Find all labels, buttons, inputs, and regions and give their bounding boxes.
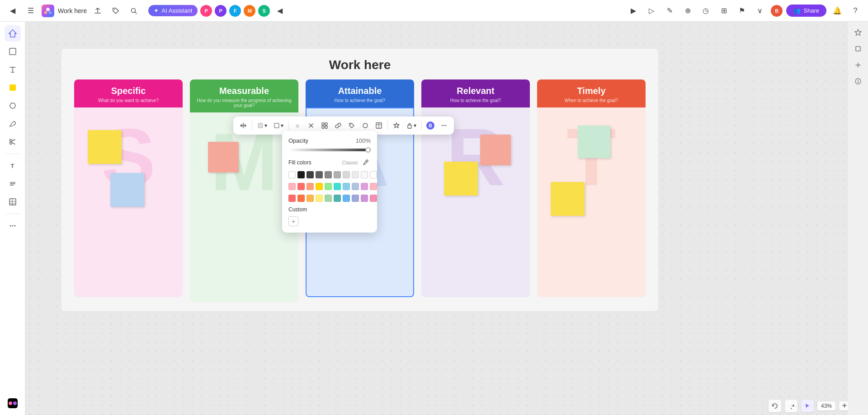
canvas[interactable]: Work here Specific What do you want to a… <box>25 22 848 415</box>
sticky-note[interactable] <box>208 142 239 173</box>
color-swatch[interactable] <box>307 195 314 202</box>
sidebar-item-frame[interactable] <box>5 43 21 60</box>
notifications-button[interactable]: 🔔 <box>830 4 844 18</box>
add-custom-color-button[interactable]: + <box>288 216 298 226</box>
eyedropper-button[interactable] <box>361 158 371 168</box>
color-swatch[interactable] <box>352 183 359 190</box>
help-button[interactable]: ? <box>848 4 863 18</box>
color-swatch[interactable] <box>325 183 332 190</box>
color-swatch[interactable] <box>370 171 377 178</box>
sidebar-item-shapes[interactable] <box>5 98 21 114</box>
tab-avatar-4[interactable]: M <box>244 5 255 17</box>
ft-effects-button[interactable] <box>390 119 403 132</box>
color-swatch[interactable] <box>334 183 341 190</box>
search-button[interactable] <box>127 4 141 18</box>
ai-assistant-button[interactable]: ✦ AI Assistant <box>148 5 198 16</box>
sidebar-item-text[interactable] <box>5 61 21 78</box>
color-swatch[interactable] <box>288 183 296 190</box>
right-icon-info[interactable] <box>851 74 865 89</box>
sticky-note[interactable] <box>110 173 144 207</box>
tab-avatar-2[interactable]: P <box>215 5 226 17</box>
color-swatch[interactable] <box>325 195 332 202</box>
ft-border-dropdown[interactable]: ▾ <box>271 121 286 130</box>
sidebar-item-home[interactable] <box>5 25 21 42</box>
sticky-note[interactable] <box>444 162 478 196</box>
tab-avatar-1[interactable]: P <box>200 5 212 17</box>
color-swatch[interactable] <box>361 183 368 190</box>
ft-delete-button[interactable] <box>305 119 317 132</box>
tag-button[interactable] <box>108 4 123 18</box>
chevron-down-button[interactable]: ∨ <box>753 4 767 18</box>
ft-fill-dropdown[interactable]: ▾ <box>255 121 270 130</box>
color-swatch[interactable] <box>288 171 296 178</box>
add-integration-button[interactable]: ⊕ <box>680 4 695 18</box>
col-body-timely[interactable]: T <box>537 107 646 297</box>
ft-circle-button[interactable]: ○ <box>291 119 304 132</box>
color-swatch[interactable] <box>288 195 296 202</box>
color-swatch[interactable] <box>316 195 323 202</box>
sidebar-item-table[interactable] <box>5 194 21 210</box>
expand-button[interactable]: ▶ <box>626 4 641 18</box>
ft-circle2-button[interactable] <box>359 119 372 132</box>
share-button[interactable]: 👥 Share <box>786 5 826 17</box>
color-swatch[interactable] <box>297 195 305 202</box>
sticky-note[interactable] <box>480 135 511 165</box>
right-icon-effects[interactable] <box>851 25 865 40</box>
sticky-note[interactable] <box>578 126 610 158</box>
sidebar-item-list[interactable] <box>5 176 21 192</box>
color-swatch[interactable] <box>343 195 350 202</box>
ft-move-button[interactable] <box>237 119 250 132</box>
col-body-specific[interactable]: S <box>74 107 183 297</box>
color-swatch[interactable] <box>297 183 305 190</box>
sidebar-item-more[interactable] <box>5 218 21 234</box>
layout-button[interactable]: ⊞ <box>717 4 731 18</box>
color-swatch[interactable] <box>352 171 359 178</box>
ft-table-button[interactable] <box>373 119 385 132</box>
clock-button[interactable]: ◷ <box>698 4 713 18</box>
color-swatch[interactable] <box>370 183 377 190</box>
opacity-thumb[interactable] <box>365 147 371 153</box>
menu-button[interactable]: ☰ <box>24 4 38 18</box>
ft-link-button[interactable] <box>332 119 344 132</box>
zoom-expand-button[interactable] <box>839 401 848 410</box>
color-swatch[interactable] <box>343 183 350 190</box>
sidebar-item-text2[interactable]: T <box>5 158 21 174</box>
opacity-bar[interactable] <box>288 149 371 151</box>
ft-avatar-button[interactable]: B <box>424 119 437 132</box>
ft-layout-button[interactable] <box>318 119 331 132</box>
zoom-display[interactable]: 43% <box>817 401 835 410</box>
redo-button[interactable] <box>785 400 797 412</box>
color-swatch[interactable] <box>343 171 350 178</box>
tab-avatar-5[interactable]: S <box>258 5 270 17</box>
sticky-note[interactable] <box>88 130 122 164</box>
color-swatch[interactable] <box>361 195 368 202</box>
play-button[interactable]: ▷ <box>644 4 659 18</box>
undo-button[interactable] <box>769 400 781 412</box>
collapse-button[interactable]: ◀ <box>273 4 287 18</box>
color-swatch[interactable] <box>297 171 305 178</box>
ft-tag-button[interactable] <box>345 119 358 132</box>
sidebar-item-scissors[interactable] <box>5 134 21 150</box>
cursor-button[interactable] <box>801 400 814 412</box>
color-swatch[interactable] <box>307 183 314 190</box>
color-swatch[interactable] <box>316 183 323 190</box>
color-swatch[interactable] <box>352 195 359 202</box>
color-swatch[interactable] <box>334 195 341 202</box>
color-swatch[interactable] <box>361 171 368 178</box>
color-swatch[interactable] <box>334 171 341 178</box>
ft-more-button[interactable] <box>438 119 450 132</box>
color-swatch[interactable] <box>325 171 332 178</box>
edit-button[interactable]: ✎ <box>662 4 677 18</box>
right-icon-add[interactable] <box>851 58 865 72</box>
sidebar-item-brand[interactable] <box>5 395 21 411</box>
user-avatar[interactable]: B <box>771 5 783 17</box>
tab-avatar-3[interactable]: F <box>229 5 241 17</box>
upload-button[interactable] <box>90 4 105 18</box>
sticky-note[interactable] <box>551 182 585 216</box>
sidebar-item-sticky[interactable] <box>5 79 21 96</box>
right-icon-frame[interactable] <box>851 42 865 56</box>
color-swatch[interactable] <box>370 195 377 202</box>
color-swatch[interactable] <box>307 171 314 178</box>
flag-button[interactable]: ⚑ <box>735 4 749 18</box>
back-button[interactable]: ◀ <box>5 4 20 18</box>
